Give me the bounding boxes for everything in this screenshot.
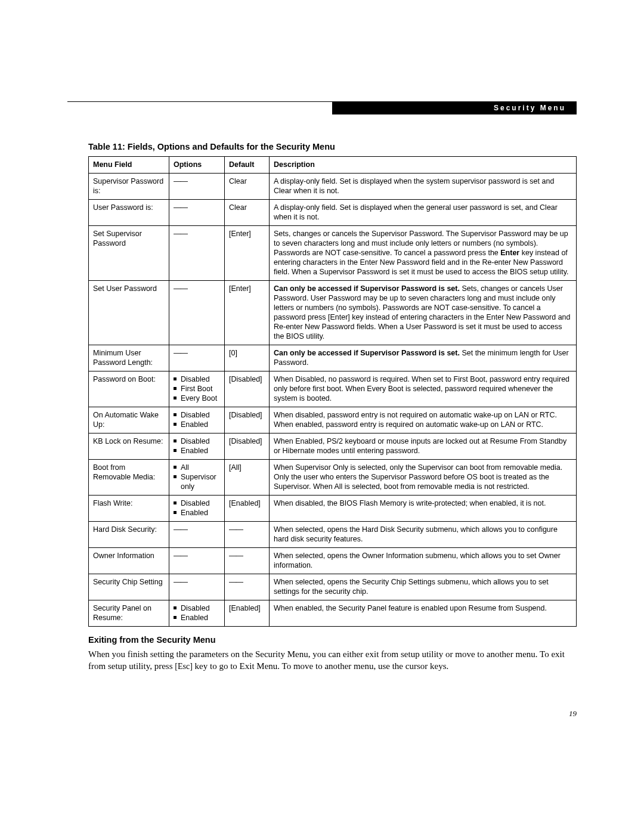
options-list: Disabled Enabled: [174, 603, 220, 623]
cell-options: ——: [169, 345, 225, 371]
table-header-row: Menu Field Options Default Description: [89, 157, 577, 174]
cell-field: Supervisor Password is:: [89, 174, 169, 200]
em-dash: ——: [174, 284, 187, 293]
cell-field: On Automatic Wake Up:: [89, 407, 169, 433]
exit-section-body: When you finish setting the parameters o…: [88, 648, 577, 673]
cell-options: Disabled Enabled: [169, 496, 225, 522]
table-row: On Automatic Wake Up: Disabled Enabled […: [89, 407, 577, 433]
cell-description: A display-only field. Set is displayed w…: [270, 174, 577, 200]
cell-field: Flash Write:: [89, 496, 169, 522]
cell-options: All Supervisor only: [169, 460, 225, 496]
cell-default: [Disabled]: [225, 371, 270, 407]
cell-description: When selected, opens the Security Chip S…: [270, 574, 577, 600]
option-item: Enabled: [174, 420, 220, 429]
desc-bold: Enter: [500, 249, 519, 257]
options-list: Disabled Enabled: [174, 436, 220, 456]
options-list: Disabled Enabled: [174, 498, 220, 518]
cell-options: ——: [169, 574, 225, 600]
cell-options: ——: [169, 281, 225, 345]
cell-description: When Enabled, PS/2 keyboard or mouse inp…: [270, 433, 577, 460]
exit-section-title: Exiting from the Security Menu: [88, 635, 577, 645]
option-item: First Boot: [174, 384, 220, 394]
option-item: Enabled: [174, 613, 220, 623]
cell-field: Boot from Removable Media:: [89, 460, 169, 496]
cell-default: [Enter]: [225, 226, 270, 281]
cell-description: When disabled, the BIOS Flash Memory is …: [270, 496, 577, 522]
em-dash: ——: [229, 552, 243, 560]
page-number: 19: [569, 709, 577, 719]
col-options: Options: [169, 157, 225, 174]
option-item: All: [174, 463, 220, 472]
col-description: Description: [270, 157, 577, 174]
option-item: Enabled: [174, 508, 220, 518]
option-item: Disabled: [174, 374, 220, 384]
cell-options: Disabled First Boot Every Boot: [169, 371, 225, 407]
cell-default: [Disabled]: [225, 433, 270, 460]
desc-bold: Can only be accessed if Supervisor Passw…: [274, 349, 460, 357]
table-row: Boot from Removable Media: All Superviso…: [89, 460, 577, 496]
em-dash: ——: [174, 525, 187, 534]
cell-field: User Password is:: [89, 200, 169, 226]
em-dash: ——: [174, 349, 187, 357]
cell-field: Set User Password: [89, 281, 169, 345]
cell-field: Minimum User Password Length:: [89, 345, 169, 371]
table-row: Hard Disk Security: —— —— When selected,…: [89, 522, 577, 548]
em-dash: ——: [174, 203, 187, 212]
cell-field: Hard Disk Security:: [89, 522, 169, 548]
cell-default: [Enabled]: [225, 496, 270, 522]
cell-options: Disabled Enabled: [169, 433, 225, 460]
cell-default: Clear: [225, 200, 270, 226]
option-item: Every Boot: [174, 394, 220, 403]
cell-options: Disabled Enabled: [169, 600, 225, 627]
option-item: Disabled: [174, 498, 220, 508]
cell-description: Can only be accessed if Supervisor Passw…: [270, 281, 577, 345]
cell-description: When disabled, password entry is not req…: [270, 407, 577, 433]
em-dash: ——: [174, 578, 187, 586]
page: Security Menu Table 11: Fields, Options …: [0, 0, 644, 833]
cell-field: KB Lock on Resume:: [89, 433, 169, 460]
key-esc: [Esc]: [175, 662, 193, 671]
desc-bold: Can only be accessed if Supervisor Passw…: [274, 284, 460, 293]
option-item: Disabled: [174, 410, 220, 420]
cell-description: A display-only field. Set is displayed w…: [270, 200, 577, 226]
table-row: Flash Write: Disabled Enabled [Enabled] …: [89, 496, 577, 522]
table-row: Supervisor Password is: —— Clear A displ…: [89, 174, 577, 200]
em-dash: ——: [174, 177, 187, 185]
table-row: KB Lock on Resume: Disabled Enabled [Dis…: [89, 433, 577, 460]
options-list: Disabled Enabled: [174, 410, 220, 429]
table-title: Table 11: Fields, Options and Defaults f…: [88, 142, 577, 151]
cell-description: Can only be accessed if Supervisor Passw…: [270, 345, 577, 371]
security-menu-table: Menu Field Options Default Description S…: [88, 156, 577, 627]
section-tab: Security Menu: [332, 101, 577, 114]
em-dash: ——: [174, 230, 187, 238]
cell-options: ——: [169, 522, 225, 548]
table-row: User Password is: —— Clear A display-onl…: [89, 200, 577, 226]
table-row: Security Chip Setting —— —— When selecte…: [89, 574, 577, 600]
cell-default: ——: [225, 574, 270, 600]
body-text: key to go to Exit Menu. To move to anoth…: [193, 661, 448, 671]
table-row: Owner Information —— —— When selected, o…: [89, 548, 577, 574]
cell-description: When selected, opens the Hard Disk Secur…: [270, 522, 577, 548]
cell-field: Owner Information: [89, 548, 169, 574]
cell-description: When Supervisor Only is selected, only t…: [270, 460, 577, 496]
cell-default: [All]: [225, 460, 270, 496]
cell-default: ——: [225, 548, 270, 574]
cell-field: Password on Boot:: [89, 371, 169, 407]
cell-description: When Disabled, no password is required. …: [270, 371, 577, 407]
option-item: Supervisor only: [174, 472, 220, 491]
table-row: Minimum User Password Length: —— [0] Can…: [89, 345, 577, 371]
options-list: All Supervisor only: [174, 463, 220, 491]
em-dash: ——: [229, 578, 243, 586]
section-tab-label: Security Menu: [494, 104, 566, 112]
desc-key: [Enter]: [328, 313, 350, 321]
cell-default: [0]: [225, 345, 270, 371]
cell-options: ——: [169, 200, 225, 226]
option-item: Disabled: [174, 436, 220, 446]
col-default: Default: [225, 157, 270, 174]
cell-default: [Disabled]: [225, 407, 270, 433]
cell-default: Clear: [225, 174, 270, 200]
cell-field: Set Supervisor Password: [89, 226, 169, 281]
table-row: Set Supervisor Password —— [Enter] Sets,…: [89, 226, 577, 281]
em-dash: ——: [174, 552, 187, 560]
cell-default: ——: [225, 522, 270, 548]
